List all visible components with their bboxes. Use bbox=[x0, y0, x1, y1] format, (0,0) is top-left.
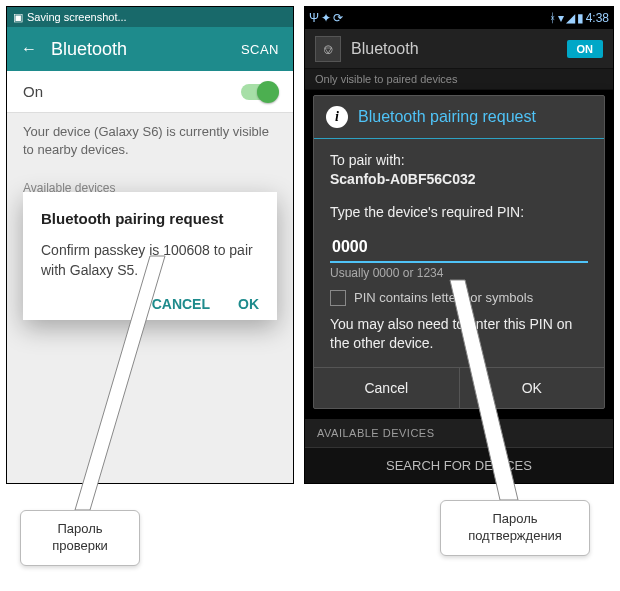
pairing-dialog: i Bluetooth pairing request To pair with… bbox=[313, 95, 605, 409]
cancel-button[interactable]: Cancel bbox=[314, 368, 460, 408]
battery-icon: ▮ bbox=[577, 11, 584, 25]
page-title: Bluetooth bbox=[351, 40, 419, 58]
pin-hint: Usually 0000 or 1234 bbox=[330, 265, 588, 281]
phone-right: Ψ ✦ ⟳ ᚼ ▾ ◢ ▮ 4:38 ⎊ Bluetooth ON Only v… bbox=[304, 6, 614, 484]
signal-icon: ◢ bbox=[566, 11, 575, 25]
dialog-title: Bluetooth pairing request bbox=[41, 210, 259, 227]
pairing-dialog: Bluetooth pairing request Confirm passke… bbox=[23, 192, 277, 320]
checkbox-label: PIN contains letters or symbols bbox=[354, 289, 533, 307]
checkbox-icon[interactable] bbox=[330, 290, 346, 306]
checkbox-row[interactable]: PIN contains letters or symbols bbox=[330, 289, 588, 307]
cancel-button[interactable]: CANCEL bbox=[152, 296, 210, 312]
pin-prompt: Type the device's required PIN: bbox=[330, 203, 588, 222]
usb-icon: Ψ bbox=[309, 11, 319, 25]
bluetooth-app-icon: ⎊ bbox=[315, 36, 341, 62]
search-devices-button[interactable]: SEARCH FOR DEVICES bbox=[305, 447, 613, 483]
on-button[interactable]: ON bbox=[567, 40, 604, 58]
ok-button[interactable]: OK bbox=[460, 368, 605, 408]
callout-right: Пароль подтверждения bbox=[440, 500, 590, 556]
bluetooth-icon: ᚼ bbox=[549, 11, 556, 25]
app-bar: ⎊ Bluetooth ON bbox=[305, 29, 613, 69]
wifi-icon: ▾ bbox=[558, 11, 564, 25]
dialog-message: Confirm passkey is 100608 to pair with G… bbox=[41, 241, 259, 280]
available-devices-label: AVAILABLE DEVICES bbox=[305, 419, 613, 447]
sync-icon: ⟳ bbox=[333, 11, 343, 25]
debug-icon: ✦ bbox=[321, 11, 331, 25]
phone-left: ▣ Saving screenshot... ← Bluetooth SCAN … bbox=[6, 6, 294, 484]
dialog-title: Bluetooth pairing request bbox=[358, 108, 536, 126]
device-name: Scanfob-A0BF56C032 bbox=[330, 170, 588, 189]
pin-input[interactable]: 0000 bbox=[330, 232, 588, 264]
pair-label: To pair with: bbox=[330, 151, 588, 170]
ok-button[interactable]: OK bbox=[238, 296, 259, 312]
callout-left: Пароль проверки bbox=[20, 510, 140, 566]
status-bar: Ψ ✦ ⟳ ᚼ ▾ ◢ ▮ 4:38 bbox=[305, 7, 613, 29]
advice-text: You may also need to enter this PIN on t… bbox=[330, 315, 588, 353]
info-icon: i bbox=[326, 106, 348, 128]
clock-text: 4:38 bbox=[586, 11, 609, 25]
visibility-strip: Only visible to paired devices bbox=[305, 69, 613, 90]
